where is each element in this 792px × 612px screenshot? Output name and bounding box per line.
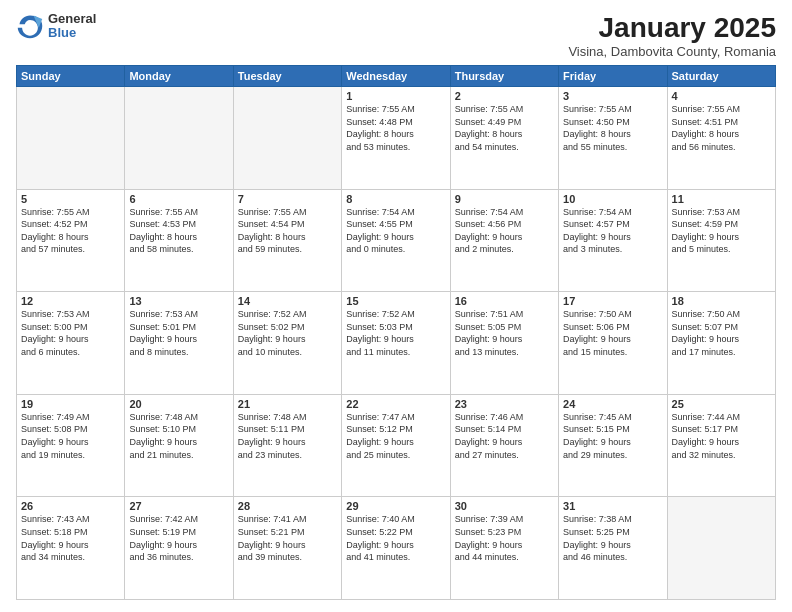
calendar-week-row: 5Sunrise: 7:55 AM Sunset: 4:52 PM Daylig… (17, 189, 776, 292)
calendar-cell: 10Sunrise: 7:54 AM Sunset: 4:57 PM Dayli… (559, 189, 667, 292)
header: General Blue January 2025 Visina, Dambov… (16, 12, 776, 59)
weekday-header-thursday: Thursday (450, 66, 558, 87)
day-info: Sunrise: 7:55 AM Sunset: 4:48 PM Dayligh… (346, 103, 445, 153)
day-number: 6 (129, 193, 228, 205)
calendar-week-row: 12Sunrise: 7:53 AM Sunset: 5:00 PM Dayli… (17, 292, 776, 395)
day-info: Sunrise: 7:47 AM Sunset: 5:12 PM Dayligh… (346, 411, 445, 461)
day-info: Sunrise: 7:55 AM Sunset: 4:51 PM Dayligh… (672, 103, 771, 153)
day-number: 4 (672, 90, 771, 102)
day-number: 16 (455, 295, 554, 307)
calendar-cell: 5Sunrise: 7:55 AM Sunset: 4:52 PM Daylig… (17, 189, 125, 292)
calendar-cell: 23Sunrise: 7:46 AM Sunset: 5:14 PM Dayli… (450, 394, 558, 497)
calendar-week-row: 26Sunrise: 7:43 AM Sunset: 5:18 PM Dayli… (17, 497, 776, 600)
day-number: 9 (455, 193, 554, 205)
day-number: 5 (21, 193, 120, 205)
calendar-cell: 6Sunrise: 7:55 AM Sunset: 4:53 PM Daylig… (125, 189, 233, 292)
day-number: 19 (21, 398, 120, 410)
calendar-cell: 11Sunrise: 7:53 AM Sunset: 4:59 PM Dayli… (667, 189, 775, 292)
day-number: 22 (346, 398, 445, 410)
calendar-cell (667, 497, 775, 600)
day-number: 20 (129, 398, 228, 410)
day-number: 21 (238, 398, 337, 410)
calendar-cell: 9Sunrise: 7:54 AM Sunset: 4:56 PM Daylig… (450, 189, 558, 292)
day-info: Sunrise: 7:55 AM Sunset: 4:50 PM Dayligh… (563, 103, 662, 153)
day-info: Sunrise: 7:42 AM Sunset: 5:19 PM Dayligh… (129, 513, 228, 563)
day-number: 23 (455, 398, 554, 410)
calendar-cell: 2Sunrise: 7:55 AM Sunset: 4:49 PM Daylig… (450, 87, 558, 190)
calendar-week-row: 1Sunrise: 7:55 AM Sunset: 4:48 PM Daylig… (17, 87, 776, 190)
day-number: 25 (672, 398, 771, 410)
weekday-header-tuesday: Tuesday (233, 66, 341, 87)
location-subtitle: Visina, Dambovita County, Romania (568, 44, 776, 59)
day-number: 14 (238, 295, 337, 307)
day-info: Sunrise: 7:50 AM Sunset: 5:07 PM Dayligh… (672, 308, 771, 358)
day-info: Sunrise: 7:41 AM Sunset: 5:21 PM Dayligh… (238, 513, 337, 563)
day-number: 3 (563, 90, 662, 102)
day-info: Sunrise: 7:52 AM Sunset: 5:03 PM Dayligh… (346, 308, 445, 358)
day-info: Sunrise: 7:50 AM Sunset: 5:06 PM Dayligh… (563, 308, 662, 358)
day-number: 26 (21, 500, 120, 512)
day-number: 18 (672, 295, 771, 307)
calendar-cell: 3Sunrise: 7:55 AM Sunset: 4:50 PM Daylig… (559, 87, 667, 190)
day-info: Sunrise: 7:48 AM Sunset: 5:11 PM Dayligh… (238, 411, 337, 461)
calendar-cell: 30Sunrise: 7:39 AM Sunset: 5:23 PM Dayli… (450, 497, 558, 600)
calendar-cell: 19Sunrise: 7:49 AM Sunset: 5:08 PM Dayli… (17, 394, 125, 497)
weekday-header-friday: Friday (559, 66, 667, 87)
calendar-cell: 21Sunrise: 7:48 AM Sunset: 5:11 PM Dayli… (233, 394, 341, 497)
calendar-cell: 4Sunrise: 7:55 AM Sunset: 4:51 PM Daylig… (667, 87, 775, 190)
day-info: Sunrise: 7:40 AM Sunset: 5:22 PM Dayligh… (346, 513, 445, 563)
calendar-cell: 1Sunrise: 7:55 AM Sunset: 4:48 PM Daylig… (342, 87, 450, 190)
day-number: 10 (563, 193, 662, 205)
day-number: 29 (346, 500, 445, 512)
day-info: Sunrise: 7:54 AM Sunset: 4:55 PM Dayligh… (346, 206, 445, 256)
day-number: 8 (346, 193, 445, 205)
calendar-cell: 12Sunrise: 7:53 AM Sunset: 5:00 PM Dayli… (17, 292, 125, 395)
day-info: Sunrise: 7:48 AM Sunset: 5:10 PM Dayligh… (129, 411, 228, 461)
day-info: Sunrise: 7:38 AM Sunset: 5:25 PM Dayligh… (563, 513, 662, 563)
day-info: Sunrise: 7:54 AM Sunset: 4:57 PM Dayligh… (563, 206, 662, 256)
day-info: Sunrise: 7:44 AM Sunset: 5:17 PM Dayligh… (672, 411, 771, 461)
weekday-header-sunday: Sunday (17, 66, 125, 87)
day-info: Sunrise: 7:45 AM Sunset: 5:15 PM Dayligh… (563, 411, 662, 461)
calendar-cell (17, 87, 125, 190)
day-info: Sunrise: 7:54 AM Sunset: 4:56 PM Dayligh… (455, 206, 554, 256)
day-number: 1 (346, 90, 445, 102)
calendar-cell (233, 87, 341, 190)
day-info: Sunrise: 7:39 AM Sunset: 5:23 PM Dayligh… (455, 513, 554, 563)
day-number: 27 (129, 500, 228, 512)
calendar-cell: 15Sunrise: 7:52 AM Sunset: 5:03 PM Dayli… (342, 292, 450, 395)
day-info: Sunrise: 7:43 AM Sunset: 5:18 PM Dayligh… (21, 513, 120, 563)
calendar-cell: 14Sunrise: 7:52 AM Sunset: 5:02 PM Dayli… (233, 292, 341, 395)
day-info: Sunrise: 7:53 AM Sunset: 4:59 PM Dayligh… (672, 206, 771, 256)
day-info: Sunrise: 7:46 AM Sunset: 5:14 PM Dayligh… (455, 411, 554, 461)
calendar-cell: 16Sunrise: 7:51 AM Sunset: 5:05 PM Dayli… (450, 292, 558, 395)
day-number: 13 (129, 295, 228, 307)
logo: General Blue (16, 12, 96, 41)
day-info: Sunrise: 7:53 AM Sunset: 5:00 PM Dayligh… (21, 308, 120, 358)
calendar-cell: 26Sunrise: 7:43 AM Sunset: 5:18 PM Dayli… (17, 497, 125, 600)
logo-text: General Blue (48, 12, 96, 41)
day-number: 17 (563, 295, 662, 307)
day-number: 12 (21, 295, 120, 307)
day-info: Sunrise: 7:55 AM Sunset: 4:53 PM Dayligh… (129, 206, 228, 256)
day-info: Sunrise: 7:53 AM Sunset: 5:01 PM Dayligh… (129, 308, 228, 358)
calendar-table: SundayMondayTuesdayWednesdayThursdayFrid… (16, 65, 776, 600)
logo-general-text: General (48, 12, 96, 26)
day-number: 31 (563, 500, 662, 512)
day-number: 24 (563, 398, 662, 410)
day-number: 11 (672, 193, 771, 205)
calendar-cell: 13Sunrise: 7:53 AM Sunset: 5:01 PM Dayli… (125, 292, 233, 395)
calendar-cell: 20Sunrise: 7:48 AM Sunset: 5:10 PM Dayli… (125, 394, 233, 497)
day-info: Sunrise: 7:55 AM Sunset: 4:54 PM Dayligh… (238, 206, 337, 256)
calendar-cell: 31Sunrise: 7:38 AM Sunset: 5:25 PM Dayli… (559, 497, 667, 600)
calendar-cell: 29Sunrise: 7:40 AM Sunset: 5:22 PM Dayli… (342, 497, 450, 600)
day-number: 7 (238, 193, 337, 205)
logo-icon (16, 12, 44, 40)
calendar-cell: 27Sunrise: 7:42 AM Sunset: 5:19 PM Dayli… (125, 497, 233, 600)
calendar-cell: 25Sunrise: 7:44 AM Sunset: 5:17 PM Dayli… (667, 394, 775, 497)
day-info: Sunrise: 7:55 AM Sunset: 4:52 PM Dayligh… (21, 206, 120, 256)
calendar-cell: 8Sunrise: 7:54 AM Sunset: 4:55 PM Daylig… (342, 189, 450, 292)
calendar-cell: 17Sunrise: 7:50 AM Sunset: 5:06 PM Dayli… (559, 292, 667, 395)
calendar-cell: 18Sunrise: 7:50 AM Sunset: 5:07 PM Dayli… (667, 292, 775, 395)
calendar-week-row: 19Sunrise: 7:49 AM Sunset: 5:08 PM Dayli… (17, 394, 776, 497)
